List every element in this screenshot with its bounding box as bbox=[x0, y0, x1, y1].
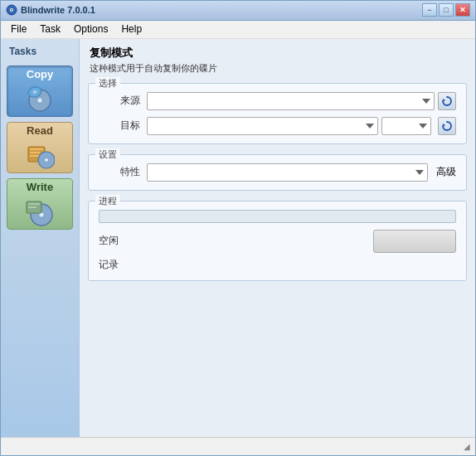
svg-rect-20 bbox=[28, 206, 36, 208]
menu-help[interactable]: Help bbox=[114, 22, 148, 36]
svg-rect-19 bbox=[28, 203, 40, 205]
source-select[interactable] bbox=[147, 92, 435, 110]
progress-section-label: 进程 bbox=[95, 195, 120, 207]
property-label: 特性 bbox=[99, 165, 140, 179]
svg-point-14 bbox=[46, 159, 47, 161]
log-text: 记录 bbox=[99, 258, 119, 272]
read-label: Read bbox=[27, 124, 53, 137]
app-window: Blindwrite 7.0.0.1 − □ ✕ File Task Optio… bbox=[0, 0, 476, 456]
target-small-select[interactable] bbox=[381, 117, 431, 135]
menu-options[interactable]: Options bbox=[67, 22, 114, 36]
copy-cd-icon bbox=[25, 84, 55, 114]
window-controls: − □ ✕ bbox=[422, 3, 470, 17]
log-row: 记录 bbox=[99, 258, 456, 272]
maximize-button[interactable]: □ bbox=[439, 3, 454, 17]
tasks-label: Tasks bbox=[6, 46, 36, 57]
refresh-icon bbox=[441, 95, 453, 107]
advanced-link[interactable]: 高级 bbox=[436, 165, 456, 179]
read-cd-icon bbox=[25, 140, 55, 170]
window-title: Blindwrite 7.0.0.1 bbox=[21, 5, 95, 15]
status-text: 空闲 bbox=[99, 234, 119, 248]
write-task-button[interactable]: Write bbox=[7, 178, 73, 230]
target-refresh-button[interactable] bbox=[438, 117, 456, 135]
svg-marker-22 bbox=[443, 124, 445, 127]
select-section-label: 选择 bbox=[95, 77, 120, 90]
title-bar-left: Blindwrite 7.0.0.1 bbox=[6, 4, 95, 16]
source-refresh-button[interactable] bbox=[438, 92, 456, 110]
page-title-area: 复制模式 这种模式用于自动复制你的碟片 bbox=[80, 39, 475, 78]
property-select[interactable] bbox=[147, 163, 428, 182]
menu-task[interactable]: Task bbox=[33, 22, 67, 36]
settings-section-label: 设置 bbox=[95, 148, 120, 161]
target-main-select[interactable] bbox=[147, 117, 378, 135]
progress-section: 进程 空闲 记录 bbox=[88, 201, 467, 281]
sidebar: Tasks Copy Read bbox=[1, 39, 80, 437]
copy-label: Copy bbox=[27, 68, 54, 80]
page-subtitle: 这种模式用于自动复制你的碟片 bbox=[90, 62, 465, 75]
svg-rect-10 bbox=[30, 152, 40, 153]
write-label: Write bbox=[27, 181, 53, 193]
copy-task-button[interactable]: Copy bbox=[7, 65, 73, 117]
menu-bar: File Task Options Help bbox=[1, 21, 475, 39]
menu-file[interactable]: File bbox=[4, 22, 33, 36]
svg-point-2 bbox=[11, 9, 12, 11]
svg-point-17 bbox=[41, 214, 43, 216]
target-row: 目标 bbox=[99, 117, 456, 135]
settings-section: 设置 特性 高级 bbox=[88, 154, 467, 191]
target-label: 目标 bbox=[99, 119, 140, 133]
app-icon bbox=[6, 4, 17, 16]
read-task-button[interactable]: Read bbox=[7, 122, 73, 173]
target-refresh-icon bbox=[441, 120, 453, 132]
page-title: 复制模式 bbox=[90, 46, 465, 61]
minimize-button[interactable]: − bbox=[422, 3, 437, 17]
title-bar: Blindwrite 7.0.0.1 − □ ✕ bbox=[1, 1, 475, 21]
status-bar: ◢ bbox=[1, 437, 475, 455]
start-button[interactable] bbox=[373, 230, 456, 253]
select-section: 选择 来源 目标 bbox=[88, 83, 467, 144]
property-row: 特性 高级 bbox=[99, 163, 456, 182]
write-cd-icon bbox=[25, 196, 55, 226]
close-button[interactable]: ✕ bbox=[455, 3, 470, 17]
status-row: 空闲 bbox=[99, 230, 456, 253]
svg-point-5 bbox=[39, 99, 41, 102]
svg-rect-9 bbox=[30, 148, 43, 150]
progress-bar-container bbox=[99, 210, 456, 223]
source-label: 来源 bbox=[99, 94, 140, 108]
source-row: 来源 bbox=[99, 92, 456, 110]
right-content: 复制模式 这种模式用于自动复制你的碟片 选择 来源 bbox=[80, 39, 475, 437]
resize-handle: ◢ bbox=[464, 442, 470, 451]
main-area: Tasks Copy Read bbox=[1, 39, 475, 437]
svg-marker-21 bbox=[443, 99, 445, 102]
target-selects bbox=[147, 117, 456, 135]
